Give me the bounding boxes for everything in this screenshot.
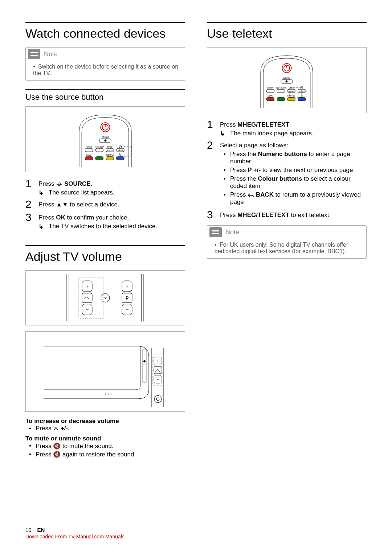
svg-rect-56 xyxy=(143,350,146,382)
step-number: 1 xyxy=(25,178,34,189)
page-number: 10 xyxy=(25,527,32,533)
substep: The TV switches to the selected device. xyxy=(38,223,185,230)
nav-arrows-icon: ▲▼ xyxy=(56,201,68,208)
left-column: Watch connected devices Note Switch on t… xyxy=(25,22,185,459)
step-number: 3 xyxy=(25,212,34,223)
step-number: 3 xyxy=(207,209,216,220)
mute-icon: 🔇 xyxy=(53,443,61,450)
text: Select a page as follows: xyxy=(220,142,288,149)
note-icon xyxy=(28,49,40,59)
right-column: Use teletext 1 Press MHEG/TELETEXT. The … xyxy=(207,22,367,459)
svg-text:+: + xyxy=(85,283,89,289)
tv-svg: + − xyxy=(44,335,167,408)
svg-point-45 xyxy=(111,394,112,395)
mheg-label: MHEG/TELETEXT xyxy=(237,212,289,218)
language-code: EN xyxy=(37,527,45,533)
svg-text:P: P xyxy=(126,295,129,301)
teletext-steps: 1 Press MHEG/TELETEXT. The main index pa… xyxy=(207,119,367,220)
source-steps: 1 Press SOURCE. The source list appears.… xyxy=(25,178,185,230)
mute-icon: 🔇 xyxy=(53,451,61,458)
note-box-teletext: Note For UK users only: Some digital TV … xyxy=(207,225,367,259)
bullet-item: Press the Numeric buttons to enter a pag… xyxy=(230,151,367,165)
svg-point-55 xyxy=(156,398,159,401)
unmute-item: Press 🔇 again to restore the sound. xyxy=(36,451,185,458)
volume-svg: + − ✕ + P − xyxy=(65,274,145,321)
heading-use-teletext: Use teletext xyxy=(207,22,367,41)
bullet-item: Press the Colour buttons to select a col… xyxy=(230,175,367,190)
svg-point-43 xyxy=(105,394,106,395)
ok-label: OK xyxy=(56,214,65,221)
bullet-item: Press BACK to return to a previously vie… xyxy=(230,191,367,206)
text: . xyxy=(91,180,93,187)
text: Press xyxy=(38,214,56,221)
svg-text:+: + xyxy=(156,358,159,364)
source-label: SOURCE xyxy=(64,180,91,187)
heading-use-source: Use the source button xyxy=(25,89,185,102)
note-item: For UK users only: Some digital TV chann… xyxy=(215,242,361,255)
heading-adjust-volume: Adjust TV volume xyxy=(25,245,185,264)
svg-text:+: + xyxy=(125,283,128,289)
note-title: Note xyxy=(225,229,239,236)
note-title: Note xyxy=(44,50,58,58)
text: Press xyxy=(220,121,237,128)
remote-diagram-teletext xyxy=(207,47,367,113)
substep: The main index page appears. xyxy=(220,130,367,138)
volume-press-item: Press +/-. xyxy=(36,425,185,432)
page-footer: 10 EN Downloaded From TV-Manual.com Manu… xyxy=(25,527,124,539)
source-icon xyxy=(56,182,62,187)
text: Press xyxy=(38,201,56,208)
text: to confirm your choice. xyxy=(65,214,129,221)
step-number: 1 xyxy=(207,119,216,130)
mute-item: Press 🔇 to mute the sound. xyxy=(36,442,185,450)
mheg-label: MHEG/TELETEXT xyxy=(237,121,289,128)
mute-unmute-head: To mute or unmute sound xyxy=(25,435,185,442)
svg-point-57 xyxy=(143,360,146,362)
text: to exit teletext. xyxy=(289,212,331,218)
back-icon xyxy=(248,193,254,198)
svg-text:−: − xyxy=(125,306,128,312)
heading-watch-connected: Watch connected devices xyxy=(25,22,185,41)
step-number: 2 xyxy=(25,199,34,210)
note-icon xyxy=(209,227,222,237)
text: . xyxy=(289,121,291,128)
tv-side-diagram: + − xyxy=(25,331,185,412)
svg-text:✕: ✕ xyxy=(104,296,107,300)
remote-diagram-source xyxy=(25,106,185,172)
svg-point-54 xyxy=(154,395,162,403)
remote-svg xyxy=(254,51,319,109)
increase-decrease-head: To increase or decrease volume xyxy=(25,418,185,425)
download-link[interactable]: Downloaded From TV-Manual.com Manuals xyxy=(25,534,124,539)
svg-text:−: − xyxy=(85,306,89,312)
note-box-source: Note Switch on the device before selecti… xyxy=(25,47,185,81)
volume-buttons-diagram: + − ✕ + P − xyxy=(25,270,185,325)
volume-icon xyxy=(53,427,59,431)
text: Press xyxy=(38,180,56,187)
substep: The source list appears. xyxy=(38,189,185,197)
step-number: 2 xyxy=(207,140,216,151)
svg-rect-32 xyxy=(82,293,92,303)
note-item: Switch on the device before selecting it… xyxy=(33,63,180,77)
svg-text:−: − xyxy=(156,376,159,382)
bullet-item: Press P +/- to view the next or previous… xyxy=(230,167,367,174)
text: to select a device. xyxy=(68,201,119,208)
remote-svg xyxy=(73,110,138,168)
text: Press xyxy=(220,212,237,218)
svg-point-44 xyxy=(108,394,109,395)
